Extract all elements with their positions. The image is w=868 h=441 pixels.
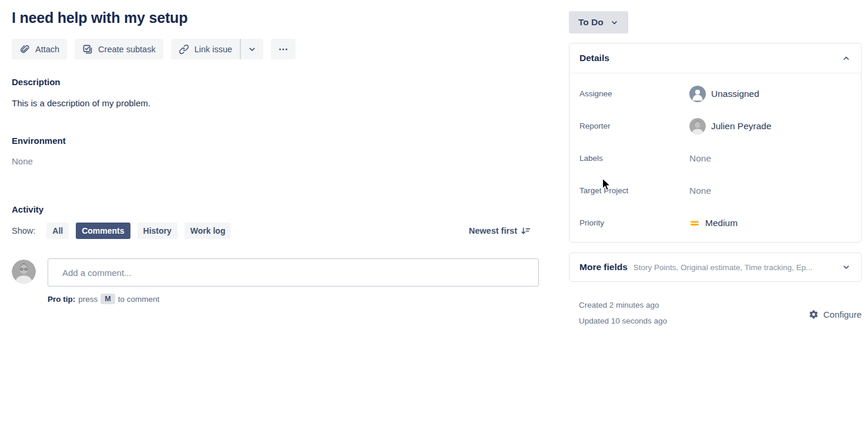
create-subtask-button[interactable]: Create subtask (75, 39, 163, 59)
details-panel: Details Assignee (569, 43, 862, 243)
chevron-down-icon[interactable] (842, 262, 851, 272)
filter-history[interactable]: History (138, 223, 177, 239)
link-issue-split-button: Link issue (171, 39, 263, 59)
configure-label: Configure (823, 309, 862, 319)
paperclip-icon (19, 44, 30, 55)
gear-icon (809, 309, 819, 319)
priority-name: Medium (705, 218, 738, 228)
add-comment-input[interactable] (48, 258, 539, 287)
status-label: To Do (578, 17, 604, 28)
sort-order-label: Newest first (469, 226, 517, 235)
details-heading: Details (579, 53, 609, 63)
issue-toolbar: Attach Create subtask (12, 39, 539, 59)
filter-all[interactable]: All (46, 223, 69, 239)
pro-tip-press: press (78, 295, 98, 304)
issue-main-column: I need help with my setup Attach (12, 0, 539, 329)
filter-work-log[interactable]: Work log (185, 223, 232, 239)
chevron-down-icon (610, 18, 619, 27)
chevron-up-icon[interactable] (842, 53, 851, 63)
attach-label: Attach (35, 45, 59, 54)
description-body[interactable]: This is a description of my problem. (12, 97, 539, 109)
link-icon (179, 44, 189, 55)
filter-comments[interactable]: Comments (76, 223, 130, 239)
description-heading: Description (12, 77, 539, 87)
assignee-value[interactable]: Unassigned (689, 86, 759, 102)
created-timestamp: Created 2 minutes ago (579, 297, 667, 313)
reporter-avatar (689, 118, 706, 134)
sort-order-button[interactable]: Newest first (469, 226, 531, 236)
status-dropdown-button[interactable]: To Do (569, 11, 628, 33)
target-project-value[interactable]: None (689, 186, 711, 196)
field-row-assignee: Assignee Unassigned (569, 78, 861, 110)
field-row-target-project: Target Project None (569, 174, 861, 207)
issue-title: I need help with my setup (12, 8, 539, 27)
priority-medium-icon (689, 218, 700, 228)
assignee-label: Assignee (579, 89, 689, 98)
field-row-labels: Labels None (569, 142, 861, 174)
more-actions-button[interactable] (271, 39, 296, 59)
labels-value[interactable]: None (689, 153, 711, 164)
field-row-reporter: Reporter (569, 110, 861, 142)
more-fields-heading: More fields (579, 262, 628, 272)
show-label: Show: (12, 226, 35, 235)
link-issue-dropdown-button[interactable] (240, 39, 263, 59)
reporter-name: Julien Peyrade (711, 121, 772, 132)
current-user-avatar[interactable] (12, 260, 36, 284)
issue-dates: Created 2 minutes ago Updated 10 seconds… (579, 297, 667, 329)
updated-timestamp: Updated 10 seconds ago (579, 313, 667, 329)
comment-compose-row (12, 258, 539, 287)
pro-tip-label: Pro tip: (48, 295, 75, 304)
assignee-name: Unassigned (711, 89, 759, 99)
link-issue-button[interactable]: Link issue (171, 39, 240, 59)
chevron-down-icon (247, 45, 257, 54)
environment-value[interactable]: None (12, 156, 539, 166)
environment-heading: Environment (12, 136, 539, 146)
priority-label: Priority (579, 218, 689, 227)
ellipsis-icon (278, 44, 289, 55)
link-issue-label: Link issue (195, 45, 232, 54)
issue-meta-row: Created 2 minutes ago Updated 10 seconds… (569, 297, 862, 329)
subtask-checkbox-icon (82, 44, 93, 55)
pro-tip-suffix: to comment (118, 295, 160, 304)
priority-value[interactable]: Medium (689, 218, 738, 228)
configure-button[interactable]: Configure (809, 300, 862, 329)
target-project-label: Target Project (579, 186, 689, 195)
reporter-label: Reporter (579, 122, 689, 130)
labels-label: Labels (579, 154, 689, 163)
activity-filter-pills: All Comments History Work log (46, 223, 231, 239)
activity-heading: Activity (12, 204, 539, 215)
sort-descending-icon (521, 226, 531, 236)
activity-controls: Show: All Comments History Work log Newe… (12, 223, 539, 239)
issue-sidebar: To Do Details Assignee (569, 0, 862, 329)
details-fields: Assignee Unassigned Reporter (569, 73, 861, 242)
reporter-value[interactable]: Julien Peyrade (689, 118, 772, 134)
details-panel-header[interactable]: Details (569, 43, 861, 73)
unassigned-avatar-icon (689, 86, 706, 102)
comment-pro-tip: Pro tip: press M to comment (48, 294, 539, 304)
more-fields-summary: Story Points, Original estimate, Time tr… (634, 263, 836, 272)
issue-view: I need help with my setup Attach (0, 0, 868, 329)
more-fields-panel[interactable]: More fields Story Points, Original estim… (569, 253, 862, 282)
field-row-priority: Priority Medium (569, 207, 861, 239)
create-subtask-label: Create subtask (98, 45, 156, 54)
keyboard-key-m: M (100, 294, 115, 304)
attach-button[interactable]: Attach (12, 39, 67, 59)
